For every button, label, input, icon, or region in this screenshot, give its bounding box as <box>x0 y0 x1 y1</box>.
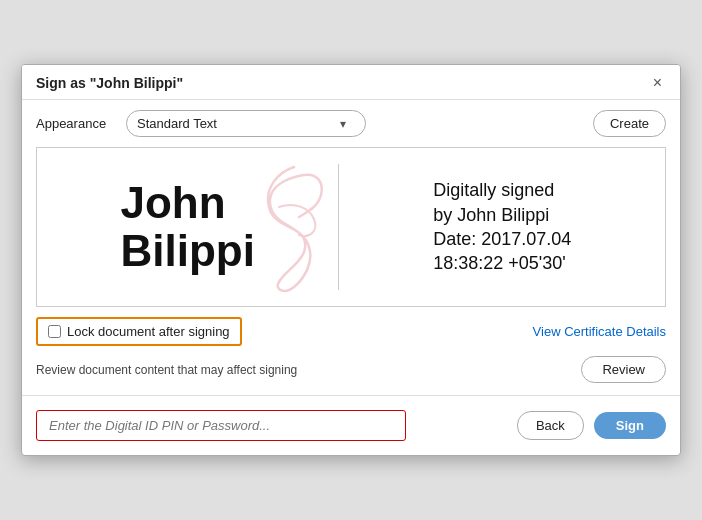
lock-checkbox[interactable] <box>48 325 61 338</box>
sig-info-area: Digitally signedby John BilippiDate: 201… <box>339 148 665 306</box>
signature-preview: John Bilippi Digitally signedby John Bil… <box>36 147 666 307</box>
divider <box>22 395 680 396</box>
view-certificate-link[interactable]: View Certificate Details <box>533 324 666 339</box>
appearance-select-wrapper: Standard Text Custom Appearance ▾ <box>126 110 583 137</box>
lock-checkbox-label[interactable]: Lock document after signing <box>36 317 242 346</box>
dialog-title: Sign as "John Bilippi" <box>36 75 183 91</box>
appearance-row: Appearance Standard Text Custom Appearan… <box>22 100 680 147</box>
appearance-select[interactable]: Standard Text Custom Appearance <box>126 110 366 137</box>
password-row: Back Sign <box>22 400 680 455</box>
sign-dialog: Sign as "John Bilippi" × Appearance Stan… <box>21 64 681 456</box>
sig-script-area <box>225 148 363 306</box>
review-button[interactable]: Review <box>581 356 666 383</box>
sig-script-icon <box>249 157 339 297</box>
appearance-label: Appearance <box>36 116 116 131</box>
back-button[interactable]: Back <box>517 411 584 440</box>
create-button[interactable]: Create <box>593 110 666 137</box>
sig-info-text: Digitally signedby John BilippiDate: 201… <box>433 178 571 275</box>
review-description: Review document content that may affect … <box>36 363 297 377</box>
dialog-title-bar: Sign as "John Bilippi" × <box>22 65 680 100</box>
close-button[interactable]: × <box>649 75 666 91</box>
lock-label-text: Lock document after signing <box>67 324 230 339</box>
review-row: Review document content that may affect … <box>22 352 680 391</box>
password-input[interactable] <box>36 410 406 441</box>
lock-row: Lock document after signing View Certifi… <box>22 307 680 352</box>
sign-button[interactable]: Sign <box>594 412 666 439</box>
